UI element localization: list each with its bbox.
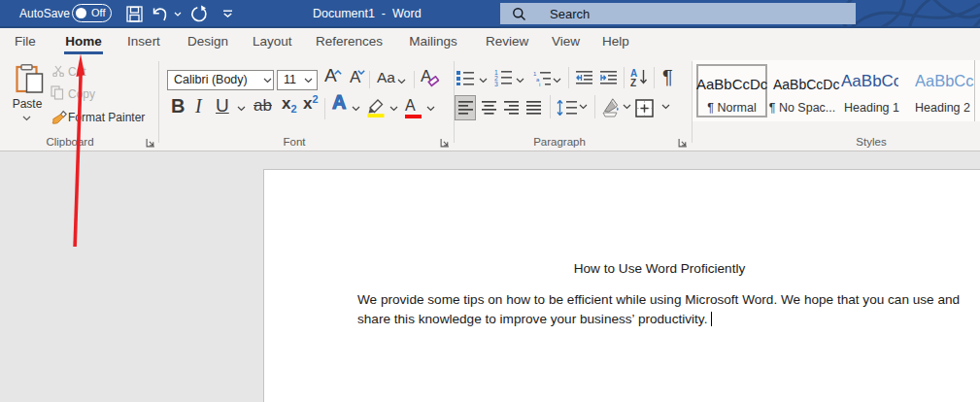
svg-text:3: 3 — [494, 81, 498, 86]
svg-text:Z: Z — [630, 78, 636, 86]
svg-text:i: i — [539, 82, 540, 86]
